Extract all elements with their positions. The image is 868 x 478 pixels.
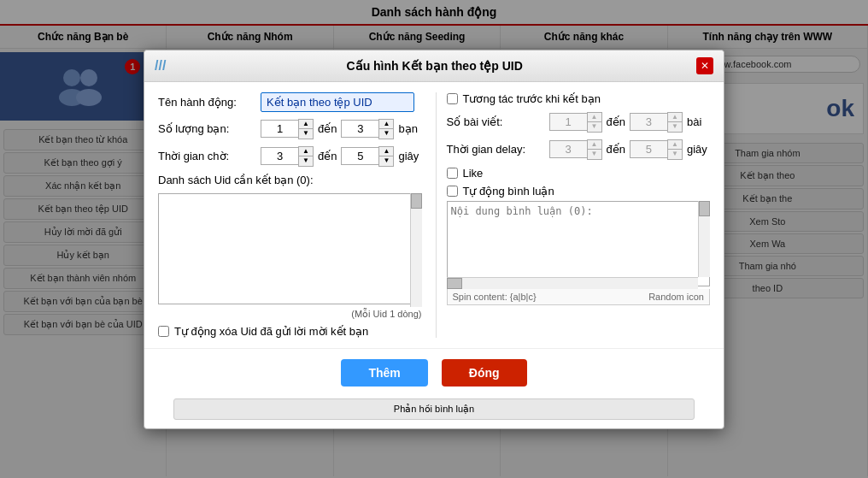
delay-from-down: ▼: [588, 150, 601, 159]
quantity-from-up[interactable]: ▲: [299, 120, 313, 129]
wait-to-input[interactable]: [341, 147, 379, 165]
wait-from-down[interactable]: ▼: [299, 156, 313, 166]
auto-comment-checkbox[interactable]: [447, 186, 458, 197]
comment-textarea[interactable]: [447, 201, 711, 286]
uid-scrollbar: [410, 193, 422, 307]
delay-from-group: ▲ ▼: [549, 139, 602, 160]
uid-textarea-container: [158, 193, 422, 307]
comment-scrollbar-h: [447, 277, 699, 289]
quantity-to-down[interactable]: ▼: [379, 129, 393, 139]
them-button[interactable]: Thêm: [341, 359, 427, 387]
dong-button[interactable]: Đóng: [442, 359, 527, 387]
comment-textarea-container: [447, 201, 711, 289]
delay-label: Thời gian delay:: [447, 143, 549, 156]
quantity-label: Số lượng bạn:: [158, 122, 261, 135]
interact-label: Tương tác trước khi kết bạn: [463, 92, 601, 105]
action-name-input[interactable]: [261, 92, 414, 112]
wait-to-group: ▲ ▼: [341, 146, 394, 167]
post-count-row: Số bài viết: ▲ ▼ đến ▲: [447, 112, 711, 133]
delay-from-spinner: ▲ ▼: [587, 139, 602, 160]
quantity-to-input[interactable]: [341, 120, 379, 138]
dialog-columns: Tên hành động: Số lượng bạn: 1 ▲ ▼: [158, 92, 710, 338]
post-from-group: ▲ ▼: [549, 112, 602, 133]
post-between-label: đến: [607, 115, 625, 128]
delay-to-down: ▼: [668, 150, 682, 159]
dialog-body: Tên hành động: Số lượng bạn: 1 ▲ ▼: [144, 82, 724, 348]
config-dialog: /// Cấu hình Kết bạn theo tệp UID ✕ Tên …: [144, 50, 724, 429]
quantity-from-spinner: ▲ ▼: [298, 119, 314, 139]
dialog-right-col: Tương tác trước khi kết bạn Số bài viết:…: [436, 92, 711, 338]
delay-to-group: ▲ ▼: [630, 139, 683, 160]
action-name-row: Tên hành động:: [158, 92, 422, 112]
post-from-down: ▼: [588, 122, 601, 132]
auto-delete-checkbox[interactable]: [158, 326, 169, 337]
modal-overlay: /// Cấu hình Kết bạn theo tệp UID ✕ Tên …: [0, 0, 868, 478]
spin-content-label: Spin content: {a|b|c}: [453, 292, 537, 302]
uid-list-label: Danh sách Uid cần kết bạn (0):: [158, 174, 314, 186]
action-name-label: Tên hành động:: [158, 96, 261, 109]
quantity-from-down[interactable]: ▼: [299, 129, 313, 139]
interact-checkbox[interactable]: [447, 93, 458, 104]
dialog-left-col: Tên hành động: Số lượng bạn: 1 ▲ ▼: [158, 92, 422, 338]
delay-from-up: ▲: [588, 140, 601, 150]
quantity-between-label: đến: [318, 122, 337, 135]
wait-from-input[interactable]: [261, 147, 299, 165]
delay-from-input: [549, 140, 588, 158]
wait-to-down[interactable]: ▼: [379, 156, 393, 166]
auto-comment-row: Tự động bình luận: [447, 185, 711, 198]
wait-from-spinner: ▲ ▼: [298, 146, 314, 167]
delay-to-up: ▲: [668, 140, 682, 150]
wait-to-spinner: ▲ ▼: [378, 146, 394, 167]
post-from-input: [549, 113, 588, 131]
post-to-input: [630, 113, 668, 131]
interact-row: Tương tác trước khi kết bạn: [447, 92, 711, 105]
delay-to-input: [630, 140, 668, 158]
dialog-footer: Thêm Đóng: [144, 348, 724, 397]
quantity-to-up[interactable]: ▲: [379, 120, 393, 129]
like-row: Like: [447, 167, 711, 180]
post-from-up: ▲: [588, 113, 601, 122]
post-from-spinner: ▲ ▼: [587, 112, 602, 133]
comment-scrollbar-v: [698, 201, 710, 277]
quantity-to-spinner: ▲ ▼: [378, 119, 394, 139]
uid-textarea[interactable]: [158, 193, 422, 304]
random-icon-label: Random icon: [648, 292, 704, 302]
uid-note: (Mỗi Uid 1 dòng): [158, 309, 422, 320]
bottom-btn-area: Phản hồi bình luận: [144, 398, 724, 428]
quantity-to-group: ▲ ▼: [341, 119, 394, 139]
wait-from-up[interactable]: ▲: [299, 147, 313, 156]
auto-delete-label: Tự động xóa Uid đã gửi lời mời kết bạn: [174, 325, 368, 338]
uid-scrollbar-thumb: [411, 193, 422, 209]
like-label: Like: [463, 167, 484, 180]
post-to-group: ▲ ▼: [630, 112, 683, 133]
wait-to-up[interactable]: ▲: [379, 147, 393, 156]
comment-scrollbar-thumb-h: [447, 278, 462, 289]
post-to-up: ▲: [668, 113, 682, 122]
post-count-label: Số bài viết:: [447, 115, 549, 128]
wait-from-group: ▲ ▼: [261, 146, 314, 167]
auto-delete-row: Tự động xóa Uid đã gửi lời mời kết bạn: [158, 325, 422, 338]
quantity-from-group: 1 ▲ ▼: [261, 119, 314, 139]
dialog-logo-icon: ///: [155, 58, 166, 74]
post-to-spinner: ▲ ▼: [667, 112, 683, 133]
dialog-titlebar: /// Cấu hình Kết bạn theo tệp UID ✕: [144, 50, 724, 82]
uid-list-label-row: Danh sách Uid cần kết bạn (0):: [158, 174, 422, 186]
post-unit-label: bài: [687, 115, 701, 128]
auto-comment-label: Tự động bình luận: [463, 185, 554, 198]
phan-hoi-binh-luan-button[interactable]: Phản hồi bình luận: [173, 398, 695, 420]
wait-unit-label: giây: [398, 150, 419, 162]
wait-label: Thời gian chờ:: [158, 150, 261, 162]
delay-row: Thời gian delay: ▲ ▼ đến ▲: [447, 139, 711, 160]
spin-content-bar: Spin content: {a|b|c} Random icon: [447, 289, 711, 305]
quantity-row: Số lượng bạn: 1 ▲ ▼ đến ▲: [158, 119, 422, 139]
delay-between-label: đến: [607, 143, 625, 156]
quantity-unit-label: bạn: [398, 122, 417, 135]
wait-row: Thời gian chờ: ▲ ▼ đến ▲: [158, 146, 422, 167]
like-checkbox[interactable]: [447, 168, 458, 179]
dialog-title: Cấu hình Kết bạn theo tệp UID: [173, 59, 696, 73]
dialog-close-button[interactable]: ✕: [696, 57, 713, 74]
post-to-down: ▼: [668, 122, 682, 132]
quantity-from-input[interactable]: 1: [261, 120, 299, 138]
delay-unit-label: giây: [687, 143, 707, 156]
wait-between-label: đến: [318, 150, 337, 162]
